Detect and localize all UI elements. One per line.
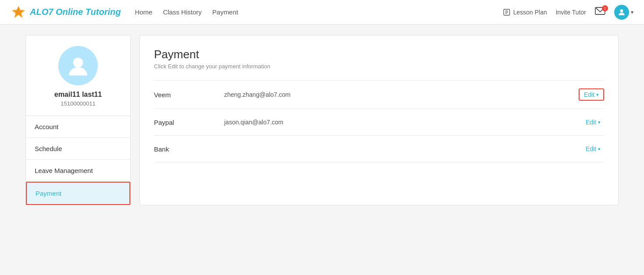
edit-button-paypal[interactable]: Edit ▾ [582, 117, 604, 127]
mail-badge: 1 [602, 5, 608, 11]
edit-button-bank[interactable]: Edit ▾ [582, 144, 604, 154]
payment-email-paypal: jason.qian@alo7.com [224, 119, 582, 126]
lesson-plan-label: Lesson Plan [513, 9, 547, 16]
nav-links: Home Class History Payment [135, 8, 502, 16]
brand[interactable]: ALO7 Online Tutoring [11, 4, 121, 20]
sidebar-menu: Account Schedule Leave Management Paymen… [26, 116, 130, 205]
edit-caret-bank-icon: ▾ [598, 146, 601, 152]
sidebar: email11 last11 15100000011 Account Sched… [25, 35, 131, 205]
avatar-person-icon [617, 8, 626, 17]
edit-caret-veem-icon: ▾ [596, 92, 599, 98]
sidebar-avatar-icon [67, 54, 89, 77]
svg-point-8 [73, 58, 83, 68]
payment-method-paypal: Paypal [154, 119, 224, 126]
sidebar-item-schedule[interactable]: Schedule [26, 138, 130, 160]
sidebar-user-name: email11 last11 [54, 91, 102, 99]
payment-row-bank: Bank Edit ▾ [154, 135, 604, 162]
edit-button-veem[interactable]: Edit ▾ [579, 88, 604, 101]
sidebar-avatar [58, 46, 98, 85]
edit-caret-paypal-icon: ▾ [598, 120, 601, 125]
edit-label-veem: Edit [584, 91, 594, 98]
edit-label-bank: Edit [586, 145, 596, 152]
edit-label-paypal: Edit [586, 119, 596, 126]
payment-method-veem: Veem [154, 91, 224, 99]
content-panel: Payment Click Edit to change your paymen… [140, 35, 619, 205]
avatar-caret-icon: ▾ [631, 9, 633, 15]
payment-row-paypal: Paypal jason.qian@alo7.com Edit ▾ [154, 109, 604, 135]
payment-rows: Veem zheng.zhang@alo7.com Edit ▾ Paypal … [154, 80, 604, 162]
brand-name: ALO7 Online Tutoring [30, 7, 121, 17]
svg-point-7 [620, 9, 623, 12]
page-title: Payment [154, 48, 604, 61]
navbar: ALO7 Online Tutoring Home Class History … [0, 0, 644, 25]
payment-row-veem: Veem zheng.zhang@alo7.com Edit ▾ [154, 80, 604, 109]
nav-avatar [614, 5, 629, 20]
payment-email-veem: zheng.zhang@alo7.com [224, 91, 579, 98]
nav-right: Lesson Plan Invite Tutor 1 ▾ [503, 5, 633, 20]
nav-class-history[interactable]: Class History [163, 8, 201, 16]
payment-method-bank: Bank [154, 145, 224, 153]
sidebar-item-payment[interactable]: Payment [26, 182, 130, 205]
page-subtitle: Click Edit to change your payment inform… [154, 63, 604, 70]
lesson-plan-link[interactable]: Lesson Plan [503, 8, 547, 16]
brand-logo-icon [11, 4, 26, 20]
sidebar-profile: email11 last11 15100000011 [26, 35, 130, 116]
main-content: email11 last11 15100000011 Account Sched… [15, 25, 629, 216]
sidebar-item-leave-management[interactable]: Leave Management [26, 160, 130, 182]
sidebar-user-phone: 15100000011 [61, 100, 96, 107]
nav-payment[interactable]: Payment [212, 8, 238, 16]
invite-tutor-link[interactable]: Invite Tutor [556, 9, 586, 16]
sidebar-item-account[interactable]: Account [26, 116, 130, 138]
lesson-plan-icon [503, 8, 511, 16]
mail-icon[interactable]: 1 [595, 7, 605, 17]
user-menu[interactable]: ▾ [614, 5, 633, 20]
nav-home[interactable]: Home [135, 8, 152, 16]
